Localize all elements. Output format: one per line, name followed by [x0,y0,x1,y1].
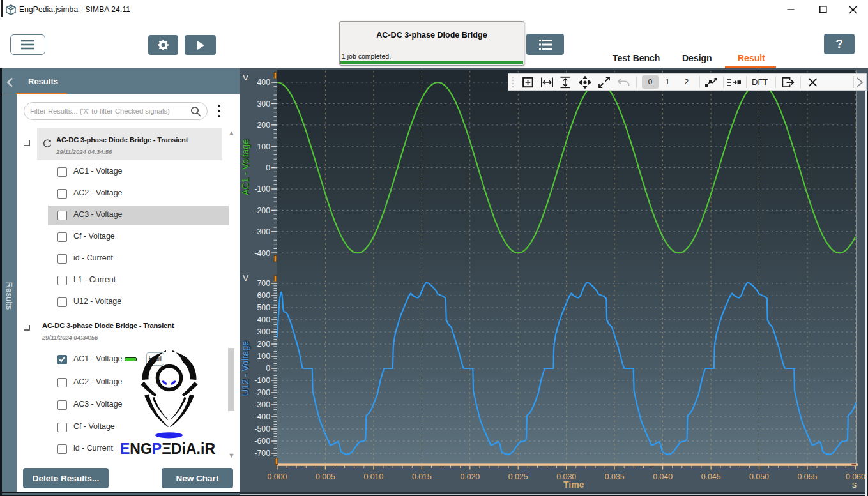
svg-text:V: V [243,273,248,283]
svg-text:0.000: 0.000 [268,472,287,481]
svg-text:s: s [852,479,857,490]
svg-text:-700: -700 [254,449,270,458]
svg-text:-300: -300 [254,227,270,236]
svg-text:-200: -200 [254,206,270,215]
svg-text:700: 700 [257,279,270,288]
svg-text:500: 500 [257,303,270,312]
svg-text:0: 0 [266,163,270,172]
svg-text:0: 0 [266,364,270,373]
svg-text:0.025: 0.025 [508,472,528,481]
svg-text:-100: -100 [254,184,270,193]
svg-text:0.050: 0.050 [749,472,769,481]
svg-text:0.010: 0.010 [364,472,384,481]
svg-text:0.045: 0.045 [701,472,721,481]
svg-text:-100: -100 [254,376,270,385]
svg-text:100: 100 [257,142,270,151]
svg-text:0.005: 0.005 [316,472,335,481]
svg-text:200: 200 [257,121,270,130]
svg-text:600: 600 [257,291,270,300]
svg-text:V: V [243,73,248,82]
svg-text:200: 200 [257,340,270,349]
svg-text:0.015: 0.015 [412,472,432,481]
svg-text:Time: Time [563,479,584,490]
svg-text:0.040: 0.040 [653,472,673,481]
svg-text:0.020: 0.020 [460,472,480,481]
svg-text:-600: -600 [254,437,270,446]
svg-text:300: 300 [257,100,270,109]
svg-text:400: 400 [257,315,270,324]
svg-text:400: 400 [257,78,270,87]
svg-text:-500: -500 [254,425,270,433]
svg-text:-400: -400 [254,412,270,421]
svg-text:0.055: 0.055 [798,472,818,481]
svg-text:-200: -200 [254,388,270,397]
svg-text:U12 - Voltage: U12 - Voltage [240,341,250,396]
svg-text:AC1 - Voltage: AC1 - Voltage [240,139,250,195]
svg-text:0.035: 0.035 [605,472,625,481]
svg-text:100: 100 [257,352,270,361]
svg-text:300: 300 [257,327,270,336]
svg-text:-400: -400 [254,249,270,258]
svg-text:-300: -300 [254,400,270,409]
